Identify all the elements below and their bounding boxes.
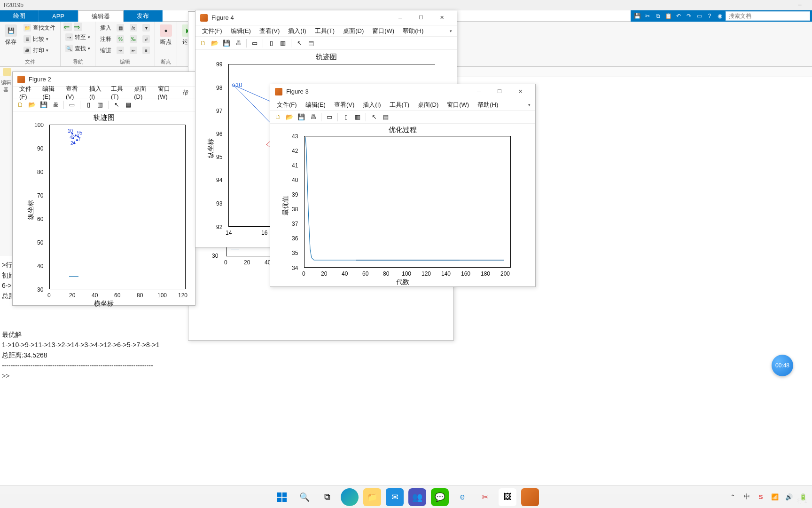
search-icon[interactable]: 🔍 <box>296 488 313 506</box>
qat-paste-icon[interactable]: 📋 <box>664 12 673 20</box>
search-input[interactable] <box>726 11 810 21</box>
fig4-minimize[interactable]: ─ <box>390 11 411 24</box>
pointer-icon[interactable]: ↖ <box>295 39 304 48</box>
app-icon[interactable]: 🖼 <box>499 488 516 506</box>
qat-copy-icon[interactable]: ⧉ <box>653 12 663 20</box>
menu-insert[interactable]: 插入(I) <box>284 26 310 36</box>
print-icon[interactable]: 🖶 <box>51 100 60 110</box>
fig3-titlebar[interactable]: Figure 3 ─ ☐ ✕ <box>270 84 535 99</box>
tile-icon[interactable]: ▥ <box>353 112 362 122</box>
teams-icon[interactable]: 👥 <box>408 488 426 506</box>
qat-login-icon[interactable]: ◉ <box>715 12 725 20</box>
link-icon[interactable]: ▭ <box>325 112 334 122</box>
menu-file[interactable]: 文件(F) <box>198 26 226 36</box>
fig3-maximize[interactable]: ☐ <box>489 85 510 98</box>
open-icon[interactable]: 📂 <box>285 112 294 122</box>
ime-icon[interactable]: 中 <box>742 492 751 501</box>
save-button[interactable]: 💾 保存 <box>3 23 19 48</box>
menu-tools[interactable]: 工具(T) <box>311 26 339 36</box>
fig3-minimize[interactable]: ─ <box>468 85 489 98</box>
qat-undo-icon[interactable]: ↶ <box>674 12 683 20</box>
find-button[interactable]: 🔍查找 ▾ <box>63 43 92 54</box>
dock-icon[interactable]: ▯ <box>341 112 351 122</box>
indent-row[interactable]: 缩进 ⇥ ⇤ ≡ <box>98 45 152 56</box>
menu-desktop[interactable]: 桌面(D) <box>414 100 442 110</box>
new-icon[interactable]: 🗋 <box>273 112 282 122</box>
fig4-close[interactable]: ✕ <box>431 11 452 24</box>
menu-file[interactable]: 文件(F) <box>273 100 301 110</box>
fig4-maximize[interactable]: ☐ <box>411 11 431 24</box>
tray-chevron-icon[interactable]: ⌃ <box>728 492 737 501</box>
record-timer[interactable]: 00:48 <box>772 355 793 376</box>
dock-icon[interactable]: ▯ <box>84 100 93 110</box>
menu-edit[interactable]: 编辑(E) <box>227 26 255 36</box>
menu-overflow-icon[interactable]: ▾ <box>450 29 454 33</box>
goto-button[interactable]: ⇢转至 ▾ <box>63 32 92 42</box>
new-icon[interactable]: 🗋 <box>16 100 25 110</box>
battery-icon[interactable]: 🔋 <box>799 492 807 501</box>
menu-overflow-icon[interactable]: ▾ <box>528 103 532 107</box>
insert-legend-icon[interactable]: ▤ <box>381 112 390 122</box>
matlab-taskbar-icon[interactable] <box>521 488 539 506</box>
open-icon[interactable]: 📂 <box>210 39 219 48</box>
fig3-close[interactable]: ✕ <box>510 85 531 98</box>
app-minimize[interactable]: ─ <box>791 1 808 9</box>
comment-row[interactable]: 注释 % ‰ ↲ <box>98 34 152 44</box>
menu-help[interactable]: 帮 <box>179 87 192 98</box>
tab-editor[interactable]: 编辑器 <box>78 10 124 22</box>
start-icon[interactable] <box>273 488 291 506</box>
sogou-icon[interactable]: S <box>757 492 765 501</box>
menu-view[interactable]: 查看(V) <box>330 100 358 110</box>
figure2-window[interactable]: Figure 2 文件(F) 编辑(E) 查看(V) 插入(I) 工具(T) 桌… <box>12 71 195 306</box>
insert-legend-icon[interactable]: ▤ <box>124 100 133 110</box>
tab-plot[interactable]: 绘图 <box>0 10 39 22</box>
ie-icon[interactable]: e <box>453 488 471 506</box>
menu-view[interactable]: 查看(V) <box>256 26 283 36</box>
save-icon[interactable]: 💾 <box>297 112 306 122</box>
menu-help[interactable]: 帮助(H) <box>474 100 502 110</box>
menu-edit[interactable]: 编辑(E) <box>302 100 329 110</box>
pointer-icon[interactable]: ↖ <box>112 100 121 110</box>
explorer-icon[interactable]: 📁 <box>363 488 381 506</box>
menu-tools[interactable]: 工具(T) <box>386 100 414 110</box>
folder-icon[interactable] <box>3 68 11 76</box>
menu-window[interactable]: 窗口(W) <box>368 26 398 36</box>
find-files-button[interactable]: 📁查找文件 <box>22 23 57 33</box>
nav-back-icon[interactable]: ⇐ <box>63 23 72 31</box>
tile-icon[interactable]: ▥ <box>95 100 105 110</box>
wechat-icon[interactable]: 💬 <box>431 488 449 506</box>
nav-fwd-icon[interactable]: ⇒ <box>74 23 82 31</box>
taskview-icon[interactable]: ⧉ <box>318 488 336 506</box>
save-icon[interactable]: 💾 <box>222 39 231 48</box>
mail-icon[interactable]: ✉ <box>386 488 404 506</box>
tab-app[interactable]: APP <box>39 10 78 22</box>
breakpoint-button[interactable]: ● 断点 <box>158 23 174 48</box>
edge-icon[interactable] <box>341 488 359 506</box>
insert-row[interactable]: 插入 ▦ fx ▾ <box>98 23 152 33</box>
qat-cut-icon[interactable]: ✂ <box>643 12 652 20</box>
print-icon[interactable]: 🖶 <box>234 39 243 48</box>
snip-icon[interactable]: ✂ <box>476 488 494 506</box>
save-icon[interactable]: 💾 <box>39 100 48 110</box>
new-icon[interactable]: 🗋 <box>198 39 208 48</box>
insert-legend-icon[interactable]: ▤ <box>306 39 316 48</box>
menu-desktop[interactable]: 桌面(D) <box>339 26 367 36</box>
pointer-icon[interactable]: ↖ <box>369 112 379 122</box>
dock-icon[interactable]: ▯ <box>266 39 276 48</box>
figure3-window[interactable]: Figure 3 ─ ☐ ✕ 文件(F) 编辑(E) 查看(V) 插入(I) 工… <box>270 84 536 287</box>
print-icon[interactable]: 🖶 <box>308 112 318 122</box>
qat-save-icon[interactable]: 💾 <box>632 12 642 20</box>
menu-insert[interactable]: 插入(I) <box>359 100 384 110</box>
fig4-titlebar[interactable]: Figure 4 ─ ☐ ✕ <box>195 10 457 25</box>
print-button[interactable]: 🖶打印 ▾ <box>22 45 57 56</box>
qat-layout-icon[interactable]: ▭ <box>695 12 704 20</box>
link-icon[interactable]: ▭ <box>250 39 259 48</box>
link-icon[interactable]: ▭ <box>67 100 77 110</box>
qat-help-icon[interactable]: ? <box>705 12 714 20</box>
menu-window[interactable]: 窗口(W) <box>443 100 473 110</box>
qat-redo-icon[interactable]: ↷ <box>684 12 694 20</box>
open-icon[interactable]: 📂 <box>27 100 37 110</box>
wifi-icon[interactable]: 📶 <box>771 492 779 501</box>
compare-button[interactable]: ≣比较 ▾ <box>22 34 57 44</box>
volume-icon[interactable]: 🔊 <box>785 492 793 501</box>
